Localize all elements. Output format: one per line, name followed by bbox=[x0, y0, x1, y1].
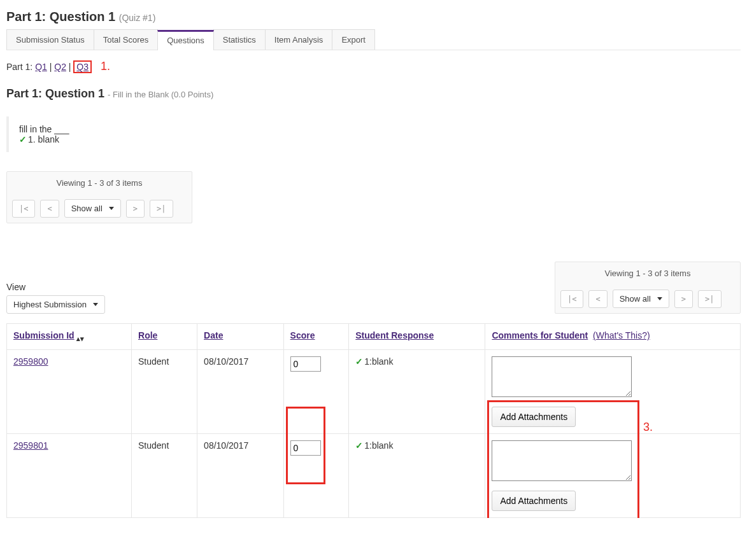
whats-this-link[interactable]: (What's This?) bbox=[593, 330, 650, 340]
cell-response: ✓1:blank bbox=[349, 433, 485, 517]
tab-item-analysis[interactable]: Item Analysis bbox=[265, 29, 333, 50]
add-attachments-button[interactable]: Add Attachments bbox=[492, 491, 576, 511]
submission-id-link[interactable]: 2959801 bbox=[13, 440, 48, 451]
view-label: View bbox=[6, 282, 105, 292]
page-subtitle: (Quiz #1) bbox=[119, 13, 156, 23]
page-title: Part 1: Question 1 (Quiz #1) bbox=[6, 10, 741, 24]
add-attachments-button[interactable]: Add Attachments bbox=[492, 407, 576, 427]
question-title: Part 1: Question 1 - Fill in the Blank (… bbox=[6, 87, 741, 101]
view-select[interactable]: Highest Submission bbox=[6, 295, 105, 314]
tab-statistics[interactable]: Statistics bbox=[213, 29, 266, 50]
th-comments-label[interactable]: Comments for Student bbox=[492, 330, 588, 340]
cell-date: 08/10/2017 bbox=[197, 433, 284, 517]
pager-last-button[interactable]: >| bbox=[150, 200, 173, 218]
question-answer: ✓1. blank bbox=[19, 134, 733, 144]
th-student-response[interactable]: Student Response bbox=[349, 324, 485, 350]
pager-next-button[interactable]: > bbox=[126, 200, 145, 218]
nav-q1[interactable]: Q1 bbox=[35, 62, 47, 72]
cell-role: Student bbox=[132, 349, 197, 433]
question-type-points: - Fill in the Blank (0.0 Points) bbox=[108, 90, 213, 99]
question-prompt: fill in the ___ bbox=[19, 124, 733, 134]
question-title-text: Part 1: Question 1 bbox=[6, 87, 104, 100]
tabs: Submission Status Total Scores Questions… bbox=[6, 29, 741, 50]
results-table: Submission Id ▴▾ Role Date Score Student… bbox=[6, 323, 741, 518]
cell-date: 08/10/2017 bbox=[197, 349, 284, 433]
pager-right: Viewing 1 - 3 of 3 items |< < Show all >… bbox=[555, 262, 741, 314]
answer-text: blank bbox=[38, 134, 59, 144]
tab-questions[interactable]: Questions bbox=[157, 30, 214, 50]
pager-show-all-label: Show all bbox=[71, 204, 103, 213]
tab-export[interactable]: Export bbox=[332, 29, 375, 50]
tab-submission-status[interactable]: Submission Status bbox=[6, 29, 94, 50]
pager-viewing-label: Viewing 1 - 3 of 3 items bbox=[7, 172, 192, 194]
question-nav: Part 1: Q1 | Q2 | Q3 1. bbox=[6, 60, 741, 73]
pager-last-button-2[interactable]: >| bbox=[698, 290, 721, 308]
table-row: 2959800 Student 08/10/2017 ✓1:blank Add … bbox=[7, 349, 741, 433]
table-row: 2959801 Student 08/10/2017 ✓1:blank Add … bbox=[7, 433, 741, 517]
chevron-down-icon bbox=[657, 297, 662, 300]
answer-num: 1. bbox=[28, 134, 38, 144]
score-input[interactable] bbox=[290, 356, 321, 372]
submission-id-link[interactable]: 2959800 bbox=[13, 356, 48, 367]
page-title-text: Part 1: Question 1 bbox=[6, 10, 115, 24]
pager-prev-button[interactable]: < bbox=[40, 200, 59, 218]
pager-first-button-2[interactable]: |< bbox=[560, 290, 583, 308]
th-comments: Comments for Student (What's This?) bbox=[485, 324, 741, 350]
pager-show-all-select[interactable]: Show all bbox=[64, 199, 121, 218]
check-icon: ✓ bbox=[19, 134, 27, 144]
check-icon: ✓ bbox=[355, 356, 363, 367]
pager-show-all-select-2[interactable]: Show all bbox=[613, 290, 669, 308]
nav-q2[interactable]: Q2 bbox=[54, 62, 66, 72]
annotation-1: 1. bbox=[101, 60, 110, 73]
cell-response: ✓1:blank bbox=[349, 349, 485, 433]
view-selected: Highest Submission bbox=[13, 300, 87, 309]
sort-asc-icon: ▴▾ bbox=[75, 335, 84, 342]
chevron-down-icon bbox=[93, 303, 98, 306]
nav-part-label: Part 1: bbox=[6, 62, 32, 72]
pager-first-button[interactable]: |< bbox=[12, 200, 35, 218]
tab-total-scores[interactable]: Total Scores bbox=[94, 29, 159, 50]
annotation-3: 3. bbox=[643, 421, 653, 434]
pager-prev-button-2[interactable]: < bbox=[588, 290, 607, 308]
th-role[interactable]: Role bbox=[132, 324, 197, 350]
th-score[interactable]: Score bbox=[283, 324, 349, 350]
nav-q3[interactable]: Q3 bbox=[76, 62, 89, 72]
pager-next-button-2[interactable]: > bbox=[674, 290, 693, 308]
cell-role: Student bbox=[132, 433, 197, 517]
th-submission-id[interactable]: Submission Id ▴▾ bbox=[7, 324, 132, 350]
pager-show-all-label-2: Show all bbox=[620, 294, 651, 304]
th-date[interactable]: Date bbox=[197, 324, 284, 350]
nav-sep2: | bbox=[66, 62, 73, 72]
comment-textarea[interactable] bbox=[492, 440, 632, 481]
score-input[interactable] bbox=[290, 440, 321, 456]
question-box: fill in the ___ ✓1. blank bbox=[6, 116, 741, 152]
chevron-down-icon bbox=[109, 207, 114, 210]
nav-sep1: | bbox=[47, 62, 54, 72]
pager-viewing-label-2: Viewing 1 - 3 of 3 items bbox=[555, 262, 740, 284]
comment-textarea[interactable] bbox=[492, 356, 632, 397]
check-icon: ✓ bbox=[355, 440, 363, 451]
pager-top: Viewing 1 - 3 of 3 items |< < Show all >… bbox=[6, 171, 192, 223]
